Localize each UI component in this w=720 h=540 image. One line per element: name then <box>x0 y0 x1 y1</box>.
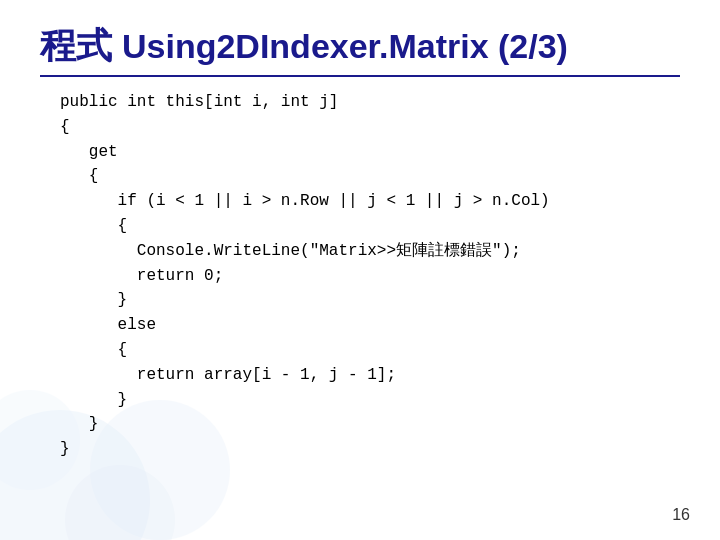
title-chinese: 程式 <box>40 22 112 71</box>
title-english: Using2DIndexer.Matrix (2/3) <box>122 27 568 66</box>
title-area: 程式 Using2DIndexer.Matrix (2/3) <box>40 22 680 71</box>
code-block: public int this[int i, int j] { get { if… <box>60 90 680 462</box>
svg-point-3 <box>65 465 175 540</box>
code-text: public int this[int i, int j] { get { if… <box>60 90 680 462</box>
page-number: 16 <box>672 506 690 524</box>
slide: 程式 Using2DIndexer.Matrix (2/3) public in… <box>0 0 720 540</box>
title-divider <box>40 75 680 77</box>
